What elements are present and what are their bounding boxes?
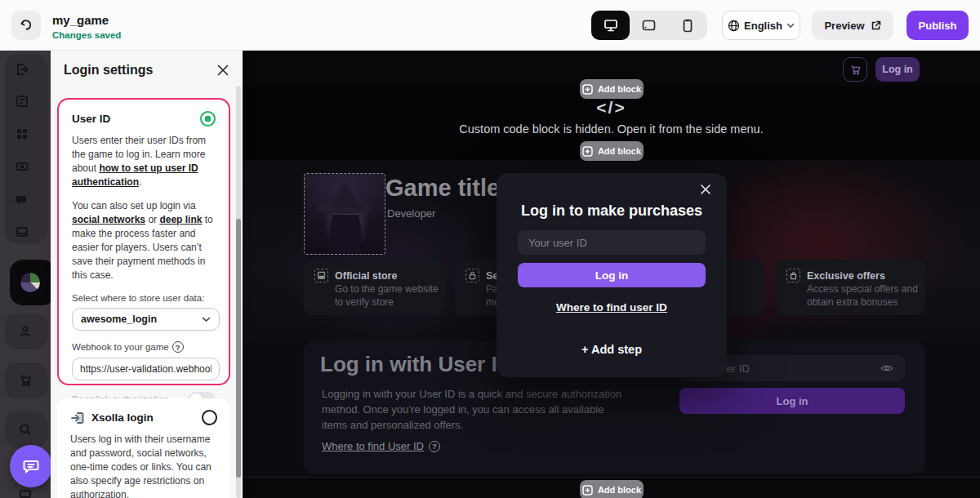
game-avatar [20, 272, 41, 293]
tablet-icon [642, 20, 656, 31]
webhook-label: Webhook to your game [72, 342, 169, 352]
cart-icon [849, 64, 862, 76]
plus-square-icon [582, 485, 593, 496]
add-block-button-bottom[interactable]: Add block [580, 480, 644, 498]
device-toggle-group [591, 11, 707, 40]
game-cover-image[interactable] [304, 173, 385, 255]
device-mobile-button[interactable] [669, 11, 707, 40]
undo-icon [20, 19, 33, 33]
game-developer: Developer [387, 207, 435, 220]
add-step-button[interactable]: + Add step [497, 343, 727, 356]
gift-bag-icon [786, 269, 800, 282]
webhook-label-row: Webhook to your game ? [72, 341, 216, 353]
save-status: Changes saved [52, 30, 121, 40]
section-title: Log in with User ID [320, 352, 512, 377]
footer-block-icon[interactable] [13, 223, 31, 241]
chat-bubble-icon [21, 456, 41, 476]
xsolla-login-option-card: Xsolla login Users log in with their use… [57, 398, 230, 498]
block-sidebar [0, 51, 51, 498]
close-icon[interactable] [216, 63, 230, 78]
benefit-card-official-store: Official store Go to the game website to… [304, 260, 445, 315]
modal-where-to-find-link[interactable]: Where to find user ID [497, 301, 727, 313]
xsolla-login-radio[interactable] [202, 410, 217, 425]
modal-user-id-input[interactable]: Your user ID [518, 230, 706, 255]
storage-project-select[interactable]: awesome_login [72, 308, 220, 331]
xsolla-login-title: Xsolla login [91, 411, 154, 424]
external-link-icon [871, 20, 881, 31]
xsolla-login-description: Users log in with their username and pas… [70, 433, 218, 498]
lock-icon [466, 269, 479, 282]
site-cart-button[interactable] [843, 57, 867, 82]
user-id-description-2: You can also set up login via social net… [72, 199, 220, 282]
user-id-description-1: Users enter their user IDs from the game… [72, 134, 220, 189]
globe-icon [728, 20, 740, 32]
benefit-card-exclusive-offers: Exclusive offers Access special offers a… [776, 260, 925, 315]
undo-button[interactable] [11, 11, 41, 40]
game-title: Game title [385, 175, 500, 202]
coupon-block-icon[interactable] [13, 158, 31, 176]
news-block-icon[interactable] [13, 92, 31, 110]
cart-rail-icon[interactable] [16, 371, 34, 389]
profile-icon[interactable] [16, 322, 34, 340]
block-list-card [5, 54, 47, 243]
mobile-icon [683, 19, 693, 33]
panel-title: Login settings [64, 63, 153, 78]
social-block-icon[interactable] [13, 190, 31, 208]
login-block-icon[interactable] [13, 60, 31, 78]
user-id-option-card: User ID Users enter their user IDs from … [57, 98, 230, 385]
site-preview: Log in </> Custom code block is hidden. … [243, 51, 980, 498]
modal-close-icon[interactable] [699, 183, 712, 196]
publish-label: Publish [919, 20, 957, 32]
clipped-rail-icon [20, 490, 31, 498]
code-icon: </> [243, 98, 980, 118]
storage-project-value: awesome_login [81, 313, 157, 325]
eye-icon[interactable] [880, 363, 893, 373]
webhook-input[interactable] [72, 358, 220, 380]
add-block-button-middle[interactable]: Add block [580, 141, 644, 161]
preview-label: Preview [824, 20, 864, 32]
user-id-radio[interactable] [200, 111, 216, 127]
panel-scrollbar[interactable] [236, 219, 241, 478]
social-networks-link[interactable]: social networks [72, 214, 145, 225]
chevron-down-icon [786, 23, 795, 29]
storefront-icon [314, 269, 328, 282]
device-tablet-button[interactable] [630, 11, 668, 40]
where-to-find-user-id-link[interactable]: Where to find User ID [322, 440, 424, 452]
plus-square-icon [582, 84, 593, 95]
plus-square-icon [582, 146, 593, 157]
preview-button[interactable]: Preview [812, 11, 893, 40]
store-select-label: Select where to store user data: [72, 293, 216, 303]
user-id-title: User ID [72, 113, 110, 125]
code-hidden-message: Custom code block is hidden. Open it fro… [243, 122, 980, 136]
language-value: English [744, 20, 782, 32]
store-block-icon[interactable] [13, 125, 31, 143]
app-window: my_game Changes saved English Preview Pu… [0, 0, 980, 498]
modal-title: Log in to make purchases [497, 202, 727, 220]
login-settings-panel: Login settings User ID Users enter their… [51, 51, 243, 498]
modal-login-button[interactable]: Log in [518, 263, 706, 287]
chevron-down-icon [202, 317, 211, 322]
add-block-button-top[interactable]: Add block [580, 79, 644, 99]
active-game-selector[interactable] [10, 260, 56, 305]
webhook-help-icon[interactable]: ? [172, 341, 184, 353]
publish-button[interactable]: Publish [906, 11, 969, 40]
desktop-icon [604, 19, 618, 32]
help-icon[interactable]: ? [429, 441, 440, 452]
login-purchases-modal: Log in to make purchases Your user ID Lo… [497, 173, 727, 377]
site-header-login-button[interactable]: Log in [875, 57, 920, 82]
language-selector[interactable]: English [722, 11, 800, 40]
deep-link-link[interactable]: deep link [159, 214, 202, 225]
editor-topbar: my_game Changes saved English Preview Pu… [0, 0, 980, 51]
xsolla-login-icon [70, 411, 85, 425]
search-icon[interactable] [16, 420, 34, 438]
support-chat-button[interactable] [10, 445, 52, 487]
witch-art [305, 174, 385, 254]
section-login-button[interactable]: Log in [679, 388, 905, 414]
device-desktop-button[interactable] [591, 11, 630, 40]
where-to-find-row: Where to find User ID ? [322, 440, 440, 452]
modal-input-placeholder: Your user ID [528, 237, 587, 249]
project-title: my_game [52, 13, 109, 27]
